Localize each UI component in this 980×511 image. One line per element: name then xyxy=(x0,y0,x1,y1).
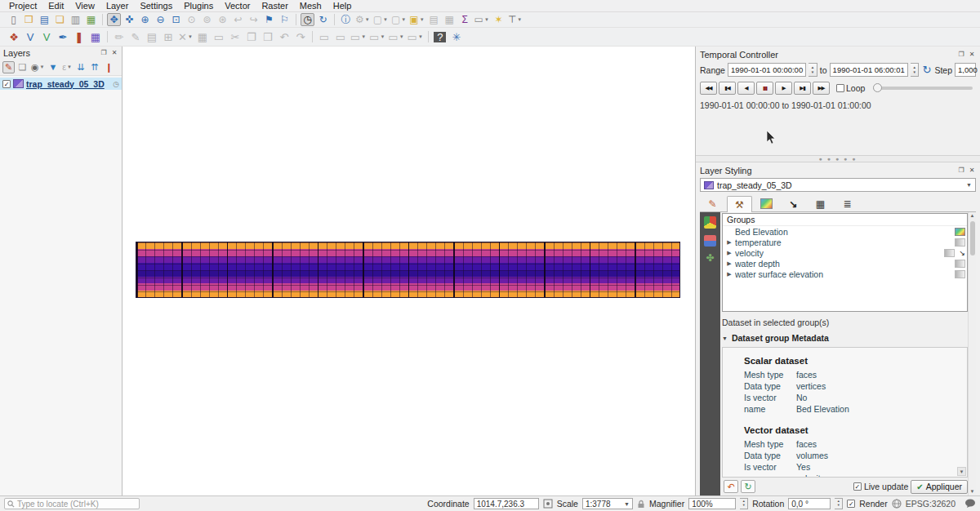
undo-style-button[interactable]: ↶ xyxy=(724,480,738,493)
redo-style-button[interactable]: ↻ xyxy=(741,480,755,493)
inactive-color-ramp-icon[interactable] xyxy=(944,249,955,257)
skip-to-start-button[interactable]: ▮◀ xyxy=(719,82,736,95)
rewind-button[interactable]: ◀◀ xyxy=(700,82,717,95)
paste-features-button[interactable]: ❒ xyxy=(261,29,275,44)
expander-icon[interactable]: ▶ xyxy=(726,271,733,278)
tab-vectors[interactable]: ↘ xyxy=(781,195,806,211)
layer-visibility-checkbox[interactable] xyxy=(2,80,11,88)
crs-globe-icon[interactable] xyxy=(892,499,902,509)
active-color-ramp-icon[interactable] xyxy=(955,228,965,236)
save-project-button[interactable]: ▤ xyxy=(38,13,51,26)
inactive-color-ramp-icon[interactable] xyxy=(955,238,965,247)
group-row-bed-elevation[interactable]: Bed Elevation xyxy=(723,226,967,237)
tab-contours[interactable] xyxy=(754,195,779,211)
mesh-calculator-button[interactable]: ✳ xyxy=(449,29,464,44)
measure-line-button[interactable]: ▭▼ xyxy=(474,13,490,26)
identify-features-button[interactable]: ⓘ xyxy=(339,13,353,26)
time-slider-handle[interactable] xyxy=(873,83,882,92)
inactive-color-ramp-icon[interactable] xyxy=(955,260,965,268)
render-checkbox[interactable] xyxy=(847,500,855,508)
menu-edit[interactable]: Edit xyxy=(42,0,69,11)
close-icon[interactable]: ✕ xyxy=(110,49,118,57)
pan-to-selection-button[interactable]: ✜ xyxy=(122,13,136,26)
copy-features-button[interactable]: ❐ xyxy=(244,29,259,44)
range-start-input[interactable]: 1990-01-01 00:00:00 xyxy=(728,63,806,77)
label-toolbar-3-button[interactable]: ▭▼ xyxy=(350,29,367,44)
mouse-position-toggle-icon[interactable] xyxy=(543,499,553,509)
show-spatial-bookmarks-button[interactable]: ⚐ xyxy=(278,13,292,26)
layout-manager-button[interactable]: ▦ xyxy=(84,13,98,26)
refresh-map-button[interactable]: ↻ xyxy=(316,13,330,26)
scroll-up-icon[interactable]: ▲ xyxy=(970,212,975,220)
add-raster-layer-button[interactable]: V xyxy=(39,29,54,44)
add-feature-button[interactable]: ⊞ xyxy=(161,29,176,44)
styling-scrollbar[interactable]: ▲ ▼ xyxy=(968,212,976,495)
zoom-to-layer-button[interactable]: ⊚ xyxy=(200,13,214,26)
save-layer-edits-button[interactable]: ▤ xyxy=(145,29,159,44)
zoom-last-button[interactable]: ↩ xyxy=(231,13,245,26)
dock-splitter[interactable]: ● ● ● ● ● xyxy=(696,155,980,162)
layer-name[interactable]: trap_steady_05_3D xyxy=(26,79,105,89)
new-project-button[interactable]: ▯ xyxy=(7,13,20,26)
modify-attributes-button[interactable]: ▦ xyxy=(195,29,210,44)
menu-vector[interactable]: Vector xyxy=(219,0,256,11)
scroll-down-icon[interactable]: ▼ xyxy=(970,488,975,495)
deselect-features-button[interactable]: ▢▼ xyxy=(390,13,407,26)
menu-raster[interactable]: Raster xyxy=(256,0,293,11)
delete-selected-button[interactable]: ▭ xyxy=(212,29,226,44)
new-spatial-bookmark-button[interactable]: ⚑ xyxy=(262,13,276,26)
new-print-layout-button[interactable]: ▥ xyxy=(69,13,82,26)
dataset-tree-icon[interactable] xyxy=(704,235,716,247)
dataset-groups-3d-icon[interactable] xyxy=(704,216,716,229)
pan-map-button[interactable]: ✥ xyxy=(107,13,121,26)
step-input[interactable]: 1,000 xyxy=(955,63,976,77)
menu-layer[interactable]: Layer xyxy=(100,0,135,11)
menu-settings[interactable]: Settings xyxy=(134,0,178,11)
tab-averaging[interactable]: ≣ xyxy=(835,195,860,211)
scroll-down-icon[interactable]: ▼ xyxy=(957,467,966,476)
range-start-spinner[interactable]: ▲▼ xyxy=(808,63,817,77)
rotation-input[interactable]: 0,0 ° xyxy=(788,498,831,509)
whats-this-help-button[interactable]: ? xyxy=(433,29,448,44)
run-feature-action-button[interactable]: ⚙▼ xyxy=(354,13,371,26)
zoom-to-selection-button[interactable]: ⊙ xyxy=(185,13,198,26)
label-toolbar-4-button[interactable]: ▭▼ xyxy=(368,29,385,44)
group-row-temperature[interactable]: ▶temperature xyxy=(723,237,967,247)
close-icon[interactable]: ✕ xyxy=(968,51,976,59)
pause-button[interactable]: ▮▮ xyxy=(756,82,773,95)
undock-icon[interactable]: ❐ xyxy=(100,49,108,57)
play-forward-button[interactable]: ▶ xyxy=(775,82,792,95)
zoom-native-resolution-button[interactable]: ⊛ xyxy=(216,13,229,26)
add-mesh-frame-button[interactable]: ▦ xyxy=(88,29,103,44)
expand-all-button[interactable]: ⇊ xyxy=(75,61,87,73)
zoom-out-button[interactable]: ⊖ xyxy=(154,13,167,26)
select-features-button[interactable]: ▢▼ xyxy=(372,13,389,26)
open-layer-styling-dock-button[interactable]: ✎ xyxy=(2,61,15,73)
magnifier-spinner[interactable]: ▲▼ xyxy=(740,498,748,509)
scale-combobox[interactable]: 1:3778 ▼ xyxy=(582,498,633,509)
tab-mesh-settings[interactable]: ⚒ xyxy=(727,196,752,212)
undock-icon[interactable]: ❐ xyxy=(957,51,965,59)
step-back-button[interactable]: ◀ xyxy=(737,82,755,95)
vertex-tool-button[interactable]: ✕▼ xyxy=(177,29,194,44)
menu-view[interactable]: View xyxy=(69,0,100,11)
label-toolbar-1-button[interactable]: ▭ xyxy=(317,29,332,44)
redo-button[interactable]: ↷ xyxy=(293,29,308,44)
save-project-as-button[interactable]: ❏ xyxy=(53,13,67,26)
label-toolbar-6-button[interactable]: ▭▼ xyxy=(407,29,424,44)
undo-button[interactable]: ↶ xyxy=(277,29,292,44)
range-end-input[interactable]: 1990-01-01 06:00:01 xyxy=(830,63,908,77)
undock-icon[interactable]: ❐ xyxy=(957,167,965,175)
refresh-range-icon[interactable]: ↻ xyxy=(922,64,931,76)
messages-bubble-icon[interactable] xyxy=(964,499,976,509)
label-toolbar-2-button[interactable]: ▭ xyxy=(333,29,348,44)
zoom-full-button[interactable]: ⊡ xyxy=(169,13,183,26)
tab-mesh-frame[interactable]: ▦ xyxy=(808,195,833,211)
crs-status[interactable]: EPSG:32620 xyxy=(906,499,956,509)
map-canvas[interactable] xyxy=(122,47,695,495)
group-row-water-depth[interactable]: ▶water depth xyxy=(723,258,967,269)
select-by-expression-button[interactable]: ▣▼ xyxy=(408,13,425,26)
range-end-spinner[interactable]: ▲▼ xyxy=(911,63,920,77)
layer-row-trap-steady[interactable]: trap_steady_05_3D ◷ xyxy=(0,78,122,90)
menu-mesh[interactable]: Mesh xyxy=(294,0,327,11)
